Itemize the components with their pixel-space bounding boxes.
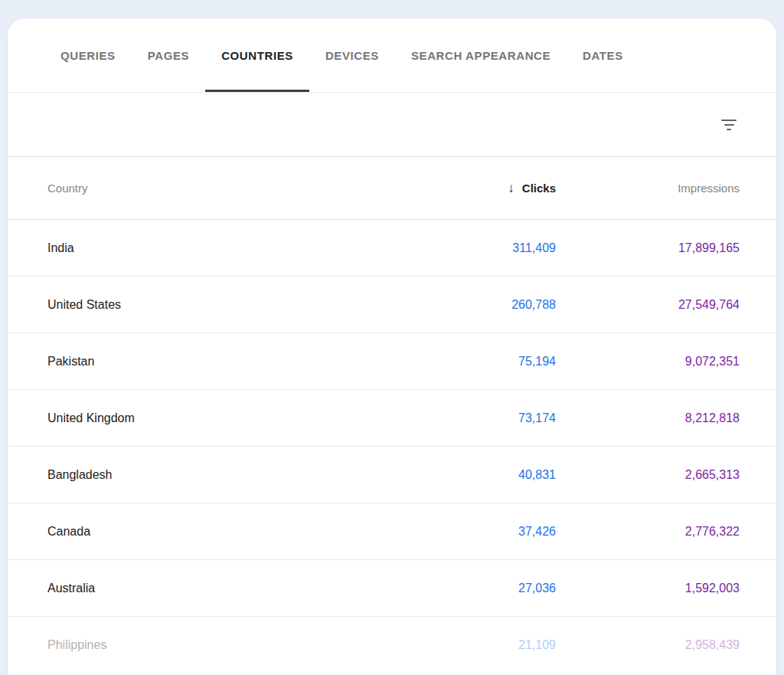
tab-search-appearance[interactable]: SEARCH APPEARANCE bbox=[395, 18, 567, 92]
table-row[interactable]: United Kingdom 73,174 8,212,818 bbox=[8, 390, 776, 447]
clicks-cell: 37,426 bbox=[410, 525, 556, 539]
country-cell: India bbox=[47, 241, 410, 255]
tab-bar: QUERIES PAGES COUNTRIES DEVICES SEARCH A… bbox=[8, 18, 776, 93]
tab-label: SEARCH APPEARANCE bbox=[411, 49, 550, 62]
table-row[interactable]: Bangladesh 40,831 2,665,313 bbox=[8, 447, 776, 503]
country-cell: United States bbox=[47, 298, 410, 312]
tab-countries[interactable]: COUNTRIES bbox=[205, 18, 309, 92]
table-row[interactable]: Philippines 21,109 2,958,439 bbox=[8, 617, 776, 673]
clicks-cell: 260,788 bbox=[410, 298, 556, 312]
clicks-cell: 27,036 bbox=[410, 582, 556, 595]
tab-label: COUNTRIES bbox=[221, 49, 293, 62]
clicks-cell: 75,194 bbox=[410, 355, 556, 369]
country-cell: Canada bbox=[47, 525, 410, 539]
tab-dates[interactable]: DATES bbox=[567, 18, 639, 92]
impressions-cell: 27,549,764 bbox=[556, 298, 740, 312]
filter-toolbar bbox=[8, 93, 776, 157]
table-row[interactable]: Canada 37,426 2,776,322 bbox=[8, 503, 776, 560]
clicks-cell: 21,109 bbox=[410, 638, 556, 652]
tab-queries[interactable]: QUERIES bbox=[44, 18, 132, 92]
tab-pages[interactable]: PAGES bbox=[132, 18, 205, 92]
country-cell: Bangladesh bbox=[47, 468, 410, 482]
table-header: Country ↓Clicks Impressions bbox=[8, 157, 776, 220]
tab-label: DEVICES bbox=[325, 49, 379, 62]
country-cell: United Kingdom bbox=[47, 411, 410, 425]
impressions-cell: 2,665,313 bbox=[556, 468, 740, 482]
clicks-cell: 40,831 bbox=[410, 468, 556, 482]
impressions-cell: 8,212,818 bbox=[556, 411, 740, 425]
impressions-cell: 9,072,351 bbox=[556, 355, 740, 369]
column-header-country[interactable]: Country bbox=[47, 182, 410, 195]
impressions-cell: 1,592,003 bbox=[556, 582, 740, 595]
tab-label: DATES bbox=[583, 49, 623, 62]
table-row[interactable]: Australia 27,036 1,592,003 bbox=[8, 560, 776, 617]
tab-devices[interactable]: DEVICES bbox=[309, 18, 395, 92]
column-header-impressions[interactable]: Impressions bbox=[556, 182, 740, 195]
country-cell: Australia bbox=[47, 582, 410, 595]
column-header-clicks[interactable]: ↓Clicks bbox=[410, 181, 556, 196]
country-cell: Pakistan bbox=[47, 355, 410, 369]
table-row[interactable]: United States 260,788 27,549,764 bbox=[8, 277, 776, 333]
sort-descending-icon: ↓ bbox=[508, 181, 514, 196]
tab-label: QUERIES bbox=[60, 49, 116, 62]
clicks-cell: 73,174 bbox=[410, 411, 556, 425]
impressions-cell: 17,899,165 bbox=[556, 241, 740, 255]
table-row[interactable]: Pakistan 75,194 9,072,351 bbox=[8, 333, 776, 390]
search-console-panel: QUERIES PAGES COUNTRIES DEVICES SEARCH A… bbox=[8, 18, 776, 675]
clicks-cell: 311,409 bbox=[410, 241, 556, 255]
table-body: India 311,409 17,899,165 United States 2… bbox=[8, 220, 776, 673]
impressions-cell: 2,776,322 bbox=[556, 525, 740, 539]
table-row[interactable]: India 311,409 17,899,165 bbox=[8, 220, 776, 277]
tab-label: PAGES bbox=[148, 49, 189, 62]
filter-icon[interactable] bbox=[718, 114, 740, 136]
impressions-cell: 2,958,439 bbox=[556, 638, 740, 652]
column-header-clicks-label: Clicks bbox=[522, 182, 556, 195]
country-cell: Philippines bbox=[47, 638, 410, 652]
